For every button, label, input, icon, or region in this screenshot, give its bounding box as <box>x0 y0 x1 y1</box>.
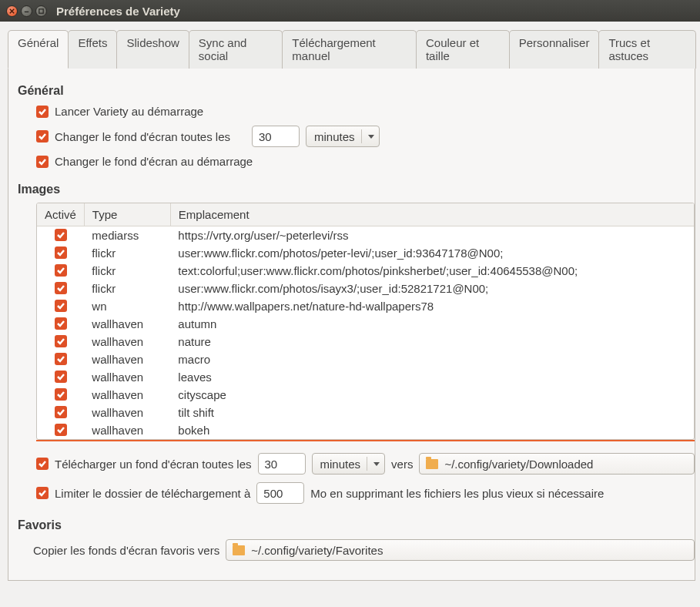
tab-color-size[interactable]: Couleur et taille <box>416 30 510 69</box>
cell-type: wallhaven <box>84 368 170 386</box>
label-limit-folder: Limiter le dossier de téléchargement à <box>55 487 250 500</box>
svg-rect-0 <box>39 8 43 12</box>
window-titlebar: Préférences de Variety <box>0 0 700 22</box>
cell-type: flickr <box>84 262 170 280</box>
col-enabled[interactable]: Activé <box>37 203 84 226</box>
input-download-interval[interactable] <box>258 453 306 475</box>
table-row[interactable]: wallhavennature <box>37 333 694 350</box>
cell-location: user:www.flickr.com/photos/isayx3/;user_… <box>170 280 694 297</box>
tab-manual-download[interactable]: Téléchargement manuel <box>282 30 417 69</box>
col-type[interactable]: Type <box>84 203 170 226</box>
checkbox-source-enabled[interactable] <box>55 371 67 383</box>
checkbox-change-every[interactable] <box>36 130 49 143</box>
table-row[interactable]: flickrtext:colorful;user:www.flickr.com/… <box>37 262 694 280</box>
cell-type: wallhaven <box>84 315 170 333</box>
path-download-folder[interactable]: ~/.config/variety/Downloaded <box>419 453 695 475</box>
maximize-button[interactable] <box>35 5 47 17</box>
select-change-unit[interactable]: minutes <box>306 126 380 147</box>
checkbox-change-on-start[interactable] <box>36 156 49 168</box>
label-to: vers <box>391 458 413 471</box>
cell-type: mediarss <box>84 226 170 245</box>
table-scroll-indicator <box>36 440 695 441</box>
cell-type: wallhaven <box>84 404 170 421</box>
cell-location: nature <box>170 333 694 350</box>
checkbox-startup[interactable] <box>36 106 49 118</box>
label-download-every: Télécharger un fond d'écran toutes les <box>55 458 252 471</box>
checkbox-source-enabled[interactable] <box>55 388 67 401</box>
window-title: Préférences de Variety <box>56 5 180 18</box>
select-download-unit-value: minutes <box>320 458 361 471</box>
content: Général Effets Slideshow Sync and social… <box>0 22 700 589</box>
row-download-every: Télécharger un fond d'écran toutes les m… <box>8 449 695 478</box>
cell-location: tilt shift <box>170 404 694 421</box>
cell-location: http://www.wallpapers.net/nature-hd-wall… <box>170 297 694 315</box>
label-change-every: Changer le fond d'écran toutes les <box>55 130 230 143</box>
path-favorites-folder[interactable]: ~/.config/variety/Favorites <box>226 539 695 561</box>
folder-icon <box>426 459 438 469</box>
folder-icon <box>233 545 245 555</box>
tab-customize[interactable]: Personnaliser <box>509 30 600 69</box>
table-row[interactable]: flickruser:www.flickr.com/photos/peter-l… <box>37 244 694 262</box>
cell-location: user:www.flickr.com/photos/peter-levi/;u… <box>170 244 694 262</box>
checkbox-source-enabled[interactable] <box>55 246 67 259</box>
cell-location: autumn <box>170 315 694 333</box>
row-favorites-path: Copier les fonds d'écran favoris vers ~/… <box>8 535 695 565</box>
input-change-interval[interactable] <box>252 126 300 147</box>
cell-type: wallhaven <box>84 421 170 439</box>
cell-type: wallhaven <box>84 333 170 350</box>
label-limit-suffix: Mo en supprimant les fichiers les plus v… <box>310 487 604 500</box>
checkbox-source-enabled[interactable] <box>55 264 67 277</box>
checkbox-source-enabled[interactable] <box>55 406 67 418</box>
chevron-down-icon <box>368 135 374 139</box>
table-row[interactable]: wallhaventilt shift <box>37 404 694 421</box>
table-row[interactable]: flickruser:www.flickr.com/photos/isayx3/… <box>37 280 694 297</box>
checkbox-source-enabled[interactable] <box>55 229 67 241</box>
label-copy-favorites: Copier les fonds d'écran favoris vers <box>33 544 219 557</box>
section-general-heading: Général <box>8 79 695 101</box>
row-limit-folder: Limiter le dossier de téléchargement à M… <box>8 478 695 508</box>
cell-location: bokeh <box>170 421 694 439</box>
col-location[interactable]: Emplacement <box>170 203 694 226</box>
table-row[interactable]: wnhttp://www.wallpapers.net/nature-hd-wa… <box>37 297 694 315</box>
select-download-unit[interactable]: minutes <box>312 453 386 475</box>
checkbox-source-enabled[interactable] <box>55 300 67 312</box>
section-images-heading: Images <box>8 172 695 200</box>
cell-type: flickr <box>84 244 170 262</box>
tab-sync-social[interactable]: Sync and social <box>189 30 283 69</box>
cell-type: wallhaven <box>84 350 170 368</box>
cell-type: wallhaven <box>84 386 170 404</box>
checkbox-download-every[interactable] <box>36 458 49 470</box>
cell-location: macro <box>170 350 694 368</box>
table-row[interactable]: wallhavenleaves <box>37 368 694 386</box>
checkbox-source-enabled[interactable] <box>55 335 67 347</box>
checkbox-source-enabled[interactable] <box>55 282 67 294</box>
minimize-button[interactable] <box>21 5 32 17</box>
path-favorites-value: ~/.config/variety/Favorites <box>251 544 383 557</box>
select-change-unit-value: minutes <box>314 130 355 143</box>
close-button[interactable] <box>6 5 18 17</box>
table-row[interactable]: wallhavenautumn <box>37 315 694 333</box>
checkbox-source-enabled[interactable] <box>55 424 67 436</box>
cell-location: https://vrty.org/user/~peterlevi/rss <box>170 226 694 245</box>
checkbox-limit-folder[interactable] <box>36 487 49 499</box>
tab-tips[interactable]: Trucs et astuces <box>598 30 696 69</box>
tab-bar: Général Effets Slideshow Sync and social… <box>8 29 695 69</box>
checkbox-source-enabled[interactable] <box>55 317 67 330</box>
label-startup: Lancer Variety au démarrage <box>55 105 203 118</box>
tab-general[interactable]: Général <box>8 30 69 69</box>
table-row[interactable]: mediarsshttps://vrty.org/user/~peterlevi… <box>37 226 694 245</box>
tab-effects[interactable]: Effets <box>68 30 117 69</box>
section-favorites-heading: Favoris <box>8 508 695 535</box>
table-row[interactable]: wallhavenbokeh <box>37 421 694 439</box>
cell-location: leaves <box>170 368 694 386</box>
row-startup: Lancer Variety au démarrage <box>8 101 695 122</box>
cell-location: text:colorful;user:www.flickr.com/photos… <box>170 262 694 280</box>
row-change-on-start: Changer le fond d'écran au démarrage <box>8 151 695 172</box>
table-row[interactable]: wallhavencityscape <box>37 386 694 404</box>
cell-location: cityscape <box>170 386 694 404</box>
tab-slideshow[interactable]: Slideshow <box>116 30 189 69</box>
input-limit-size[interactable] <box>256 482 304 504</box>
checkbox-source-enabled[interactable] <box>55 353 67 365</box>
images-table[interactable]: Activé Type Emplacement mediarsshttps://… <box>36 203 695 440</box>
table-row[interactable]: wallhavenmacro <box>37 350 694 368</box>
